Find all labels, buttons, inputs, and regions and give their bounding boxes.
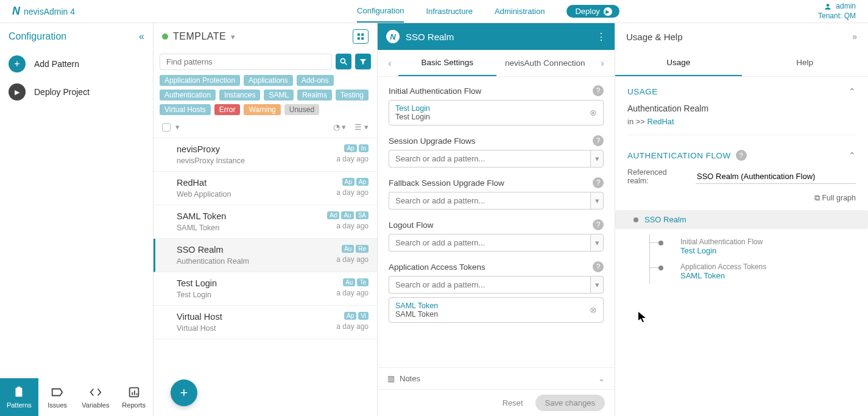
tag-application-protection[interactable]: Application Protection <box>160 75 240 86</box>
tree-child-link[interactable]: SAML Token <box>680 271 725 280</box>
logo-icon: N <box>12 5 20 18</box>
authflow-section-header: AUTHENTICATION FLOW <box>627 151 731 160</box>
chevron-up-icon[interactable]: ⌃ <box>849 150 856 160</box>
svg-line-12 <box>345 63 347 65</box>
tag-unused[interactable]: Unused <box>284 104 319 115</box>
remove-ref-icon[interactable]: ⊗ <box>590 305 597 315</box>
ref-link[interactable]: SAML Token <box>395 301 438 310</box>
nav-infrastructure[interactable]: Infrastructure <box>426 1 473 22</box>
tab-nevisauth[interactable]: nevisAuth Connection <box>496 51 595 76</box>
tag-authentication[interactable]: Authentication <box>160 90 216 100</box>
deploy-button[interactable]: Deploy ▶ <box>566 5 619 18</box>
deploy-project-button[interactable]: ▶ Deploy Project <box>0 78 153 106</box>
filter-button[interactable] <box>355 54 371 69</box>
search-button[interactable] <box>336 54 351 69</box>
add-fab-button[interactable]: + <box>171 379 197 406</box>
tree-node[interactable]: Application Access Tokens SAML Token <box>650 259 856 284</box>
pattern-badge: In <box>359 144 369 152</box>
ref-realm-input[interactable] <box>696 169 856 184</box>
help-icon[interactable]: ? <box>593 261 604 272</box>
user-icon <box>824 2 832 11</box>
grid-view-button[interactable] <box>353 29 369 44</box>
pattern-item[interactable]: Virtual Host Virtual Host ApVia day ago <box>153 306 377 339</box>
chevron-down-icon[interactable]: ▾ <box>175 122 180 132</box>
help-icon[interactable]: ? <box>593 85 604 96</box>
tokens-input[interactable] <box>389 276 590 294</box>
bottom-tab-variables[interactable]: Variables <box>77 378 115 416</box>
realm-icon: N <box>386 30 400 43</box>
find-patterns-input[interactable] <box>160 54 332 70</box>
nav-administration[interactable]: Administration <box>495 1 545 22</box>
field-label: Initial Authentication Flow <box>389 86 481 96</box>
reset-button[interactable]: Reset <box>503 398 523 407</box>
more-menu-button[interactable]: ⋮ <box>596 31 606 43</box>
pattern-item[interactable]: nevisProxy nevisProxy Instance ApIna day… <box>153 138 377 172</box>
dropdown-button[interactable]: ▾ <box>590 276 604 294</box>
dropdown-button[interactable]: ▾ <box>590 150 604 167</box>
tag-testing[interactable]: Testing <box>336 90 369 100</box>
tag-virtual-hosts[interactable]: Virtual Hosts <box>160 104 211 115</box>
pattern-time: a day ago <box>336 322 369 331</box>
save-button[interactable]: Save changes <box>535 395 605 411</box>
init-auth-reference[interactable]: Test LoginTest Login ⊗ <box>389 100 604 125</box>
tree-child-label: Initial Authentication Flow <box>680 238 856 246</box>
add-pattern-label: Add Pattern <box>34 59 79 69</box>
tag-addons[interactable]: Add-ons <box>297 75 334 86</box>
template-title[interactable]: TEMPLATE <box>173 31 226 42</box>
tab-basic-settings[interactable]: Basic Settings <box>398 50 496 76</box>
help-icon[interactable]: ? <box>593 219 604 230</box>
notes-toggle[interactable]: ▥ Notes ⌄ <box>378 367 615 389</box>
remove-ref-icon[interactable]: ⊗ <box>590 108 597 118</box>
full-graph-link[interactable]: ⧉ Full graph <box>627 194 856 203</box>
view-button[interactable]: ☰ ▾ <box>355 122 369 132</box>
pattern-badge: Au <box>343 278 355 286</box>
bottom-tab-issues[interactable]: Issues <box>38 378 77 416</box>
tree-child-link[interactable]: Test Login <box>680 246 716 255</box>
ref-text: SAML Token <box>395 310 438 319</box>
tag-instances[interactable]: Instances <box>219 90 260 100</box>
tag-applications[interactable]: Applications <box>244 75 293 86</box>
chevron-up-icon[interactable]: ⌃ <box>849 86 856 96</box>
tab-prev-button[interactable]: ‹ <box>381 58 398 69</box>
help-icon[interactable]: ? <box>593 135 604 146</box>
tag-error[interactable]: Error <box>214 104 241 115</box>
pattern-badge: Ad <box>327 211 339 219</box>
bottom-tab-patterns[interactable]: Patterns <box>0 378 38 416</box>
tab-usage[interactable]: Usage <box>615 50 742 76</box>
bottom-tab-reports[interactable]: Reports <box>115 378 153 416</box>
tab-next-button[interactable]: › <box>594 58 611 69</box>
editor-title: SSO Realm <box>406 32 454 42</box>
select-all-checkbox[interactable] <box>162 123 171 132</box>
dropdown-button[interactable]: ▾ <box>590 234 604 252</box>
tag-warning[interactable]: Warning <box>244 104 280 115</box>
tree-root-link[interactable]: SSO Realm <box>644 215 686 224</box>
expand-help-icon[interactable]: » <box>852 32 857 41</box>
pattern-item[interactable]: Test Login Test Login AuTea day ago <box>153 272 377 306</box>
tag-realms[interactable]: Realms <box>297 90 332 100</box>
dropdown-button[interactable]: ▾ <box>590 192 604 210</box>
nav-configuration[interactable]: Configuration <box>357 0 404 23</box>
tab-help[interactable]: Help <box>742 50 869 76</box>
usage-link-redhat[interactable]: RedHat <box>647 117 674 126</box>
user-info[interactable]: admin Tenant: QM <box>818 2 856 21</box>
tag-saml[interactable]: SAML <box>264 90 294 100</box>
pattern-item[interactable]: SSO Realm Authentication Realm AuRea day… <box>153 239 377 272</box>
sort-button[interactable]: ◔ ▾ <box>333 122 347 132</box>
session-upgrade-input[interactable] <box>389 150 590 167</box>
help-icon[interactable]: ? <box>736 150 747 161</box>
external-icon: ⧉ <box>814 194 820 202</box>
app-logo: N nevisAdmin 4 <box>12 5 158 18</box>
ref-link[interactable]: Test Login <box>395 104 430 113</box>
fallback-input[interactable] <box>389 192 590 210</box>
chevron-down-icon[interactable]: ▾ <box>231 32 235 41</box>
pattern-item[interactable]: RedHat Web Application ApApa day ago <box>153 172 377 205</box>
tree-node-root[interactable]: SSO Realm <box>615 210 868 229</box>
logout-input[interactable] <box>389 234 590 252</box>
pattern-badge: SA <box>356 211 369 219</box>
tree-node[interactable]: Initial Authentication Flow Test Login <box>650 234 856 259</box>
add-pattern-button[interactable]: + Add Pattern <box>0 50 153 78</box>
tokens-reference[interactable]: SAML TokenSAML Token ⊗ <box>389 297 604 323</box>
pattern-item[interactable]: SAML Token SAML Token AdAuSAa day ago <box>153 205 377 239</box>
collapse-sidebar-icon[interactable]: « <box>139 31 144 42</box>
help-icon[interactable]: ? <box>593 177 604 188</box>
